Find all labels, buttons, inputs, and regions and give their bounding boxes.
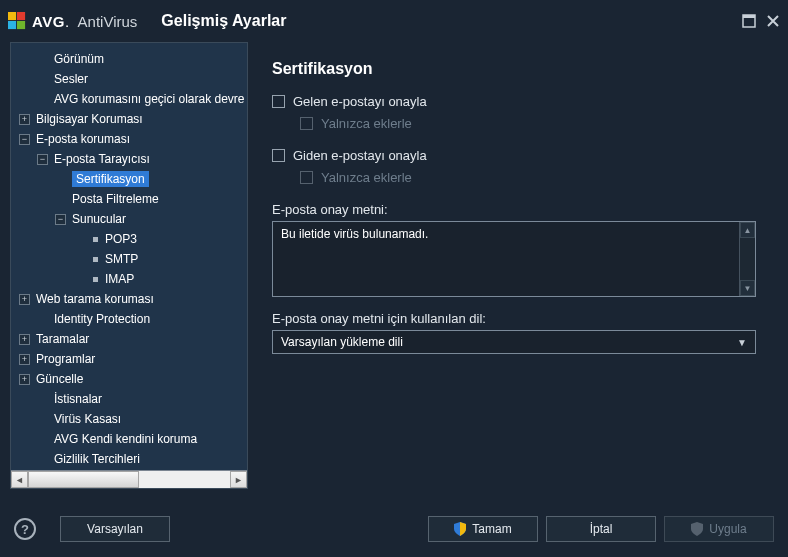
- tree-item[interactable]: IMAP: [11, 269, 247, 289]
- content-panel: Sertifikasyon Gelen e-postayı onayla Yal…: [248, 42, 778, 489]
- expand-icon[interactable]: +: [19, 334, 30, 345]
- tree-item-label: Programlar: [36, 352, 95, 366]
- approval-text-label: E-posta onay metni:: [272, 202, 756, 217]
- checkbox-icon[interactable]: [300, 171, 313, 184]
- tree-item-label: Identity Protection: [54, 312, 150, 326]
- tree-item[interactable]: Identity Protection: [11, 309, 247, 329]
- tree-item[interactable]: Virüs Kasası: [11, 409, 247, 429]
- tree-item-label: Posta Filtreleme: [72, 192, 159, 206]
- collapse-icon[interactable]: −: [37, 154, 48, 165]
- checkbox-outgoing-attachments[interactable]: Yalnızca eklerle: [300, 166, 756, 188]
- shield-icon: [691, 522, 703, 536]
- brand-product: AntiVirus: [78, 13, 138, 30]
- hscroll-thumb[interactable]: [28, 471, 139, 488]
- ok-button[interactable]: Tamam: [428, 516, 538, 542]
- scroll-down-icon[interactable]: ▼: [740, 280, 755, 296]
- tree-item-label: Bilgisayar Koruması: [36, 112, 143, 126]
- svg-rect-3: [17, 21, 25, 29]
- tree-item-label: E-posta Tarayıcısı: [54, 152, 150, 166]
- window-title: Gelişmiş Ayarlar: [161, 12, 286, 30]
- svg-rect-5: [743, 15, 755, 18]
- tree-item-label: Görünüm: [54, 52, 104, 66]
- help-icon[interactable]: ?: [14, 518, 36, 540]
- bullet-icon: [93, 277, 98, 282]
- language-label: E-posta onay metni için kullanılan dil:: [272, 311, 756, 326]
- app-logo: AVG. AntiVirus: [8, 12, 137, 30]
- checkbox-incoming[interactable]: Gelen e-postayı onayla: [272, 90, 756, 112]
- tree-item[interactable]: +Taramalar: [11, 329, 247, 349]
- tree-item[interactable]: SMTP: [11, 249, 247, 269]
- tree-item[interactable]: +Web tarama koruması: [11, 289, 247, 309]
- tree-item[interactable]: İstisnalar: [11, 389, 247, 409]
- tree-item-label: Sunucular: [72, 212, 126, 226]
- minimize-icon[interactable]: [742, 14, 756, 28]
- language-select[interactable]: Varsayılan yükleme dili ▼: [272, 330, 756, 354]
- tree-item-label: AVG Kendi kendini koruma: [54, 432, 197, 446]
- expand-icon[interactable]: +: [19, 294, 30, 305]
- collapse-icon[interactable]: −: [19, 134, 30, 145]
- bullet-icon: [93, 237, 98, 242]
- tree-item[interactable]: Sertifikasyon: [11, 169, 247, 189]
- chevron-down-icon: ▼: [737, 337, 747, 348]
- tree-item[interactable]: −E-posta Tarayıcısı: [11, 149, 247, 169]
- scroll-up-icon[interactable]: ▲: [740, 222, 755, 238]
- collapse-icon[interactable]: −: [55, 214, 66, 225]
- tree-item-label: Virüs Kasası: [54, 412, 121, 426]
- tree-item[interactable]: −E-posta koruması: [11, 129, 247, 149]
- bullet-icon: [93, 257, 98, 262]
- tree-item[interactable]: +Güncelle: [11, 369, 247, 389]
- tree-item[interactable]: Posta Filtreleme: [11, 189, 247, 209]
- checkbox-icon[interactable]: [300, 117, 313, 130]
- tree-item-label: POP3: [105, 232, 137, 246]
- tree-item[interactable]: AVG korumasını geçici olarak devre dışı …: [11, 89, 247, 109]
- tree-item[interactable]: POP3: [11, 229, 247, 249]
- svg-rect-1: [17, 12, 25, 20]
- section-title: Sertifikasyon: [272, 60, 756, 78]
- scroll-right-icon[interactable]: ►: [230, 471, 247, 488]
- tree-item[interactable]: AVG Kendi kendini koruma: [11, 429, 247, 449]
- expand-icon[interactable]: +: [19, 374, 30, 385]
- tree-item-label: SMTP: [105, 252, 138, 266]
- checkbox-icon[interactable]: [272, 149, 285, 162]
- default-button[interactable]: Varsayılan: [60, 516, 170, 542]
- tree-item-label: Sertifikasyon: [72, 171, 149, 187]
- tree-item[interactable]: Gizlilik Tercihleri: [11, 449, 247, 469]
- tree-item[interactable]: Görünüm: [11, 49, 247, 69]
- tree-item-label: Güncelle: [36, 372, 83, 386]
- avg-logo-icon: [8, 12, 26, 30]
- tree-item-label: E-posta koruması: [36, 132, 130, 146]
- checkbox-incoming-attachments[interactable]: Yalnızca eklerle: [300, 112, 756, 134]
- textarea-vscrollbar[interactable]: ▲ ▼: [739, 222, 755, 296]
- svg-rect-0: [8, 12, 16, 20]
- tree-item-label: İstisnalar: [54, 392, 102, 406]
- tree-item-label: Taramalar: [36, 332, 89, 346]
- expand-icon[interactable]: +: [19, 114, 30, 125]
- language-select-value: Varsayılan yükleme dili: [281, 335, 403, 349]
- checkbox-outgoing[interactable]: Giden e-postayı onayla: [272, 144, 756, 166]
- tree-item-label: IMAP: [105, 272, 134, 286]
- approval-text-input[interactable]: ▲ ▼: [272, 221, 756, 297]
- close-icon[interactable]: [766, 14, 780, 28]
- tree-hscrollbar[interactable]: ◄ ►: [11, 470, 247, 488]
- shield-icon: [454, 522, 466, 536]
- tree-item[interactable]: +Bilgisayar Koruması: [11, 109, 247, 129]
- scroll-left-icon[interactable]: ◄: [11, 471, 28, 488]
- tree-item-label: Gizlilik Tercihleri: [54, 452, 140, 466]
- sidebar-tree: GörünümSeslerAVG korumasını geçici olara…: [10, 42, 248, 489]
- tree-item[interactable]: +Programlar: [11, 349, 247, 369]
- tree-item-label: AVG korumasını geçici olarak devre dışı …: [54, 92, 247, 106]
- apply-button: Uygula: [664, 516, 774, 542]
- approval-textarea[interactable]: [273, 222, 739, 296]
- tree-item[interactable]: −Sunucular: [11, 209, 247, 229]
- footer: ? Varsayılan Tamam İptal Uygula: [0, 501, 788, 557]
- checkbox-icon[interactable]: [272, 95, 285, 108]
- svg-rect-2: [8, 21, 16, 29]
- tree-item-label: Sesler: [54, 72, 88, 86]
- cancel-button[interactable]: İptal: [546, 516, 656, 542]
- expand-icon[interactable]: +: [19, 354, 30, 365]
- tree-item[interactable]: Sesler: [11, 69, 247, 89]
- titlebar: AVG. AntiVirus Gelişmiş Ayarlar: [0, 0, 788, 42]
- brand-name: AVG.: [32, 13, 70, 30]
- tree-item-label: Web tarama koruması: [36, 292, 154, 306]
